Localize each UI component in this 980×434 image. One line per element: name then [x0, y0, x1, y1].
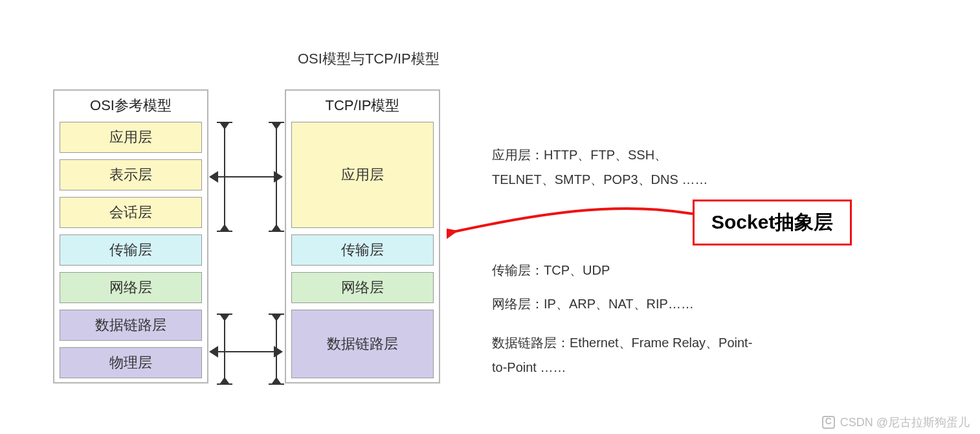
desc-network: 网络层：IP、ARP、NAT、RIP……	[492, 291, 694, 316]
tcpip-header: TCP/IP模型	[326, 96, 400, 115]
osi-header: OSI参考模型	[90, 96, 172, 115]
osi-column: OSI参考模型 应用层 表示层 会话层 传输层 网络层 数据链路层 物理层	[53, 89, 208, 383]
diagram-title: OSI模型与TCP/IP模型	[298, 49, 440, 69]
osi-layer-datalink: 数据链路层	[60, 310, 202, 341]
socket-callout: Socket抽象层	[693, 200, 852, 246]
desc-application: 应用层：HTTP、FTP、SSH、TELNET、SMTP、POP3、DNS ……	[492, 143, 725, 192]
osi-layer-application: 应用层	[60, 122, 202, 153]
csdn-logo-icon	[822, 416, 835, 429]
osi-layer-session: 会话层	[60, 197, 202, 228]
tcpip-layer-network: 网络层	[291, 272, 434, 303]
callout-arrow-icon	[447, 194, 693, 246]
tcpip-layer-application: 应用层	[291, 122, 434, 228]
watermark: CSDN @尼古拉斯狗蛋儿	[822, 415, 970, 430]
watermark-text: CSDN @尼古拉斯狗蛋儿	[840, 415, 970, 430]
osi-layer-transport: 传输层	[60, 234, 202, 266]
osi-layer-network: 网络层	[60, 272, 202, 303]
mapping-arrow-top	[210, 176, 282, 177]
osi-layer-presentation: 表示层	[60, 159, 202, 190]
mapping-arrow-bottom	[210, 351, 282, 352]
desc-datalink: 数据链路层：Ethernet、Frame Relay、Point-to-Poin…	[492, 330, 764, 380]
tcpip-layer-datalink: 数据链路层	[291, 310, 434, 378]
desc-transport: 传输层：TCP、UDP	[492, 258, 610, 282]
osi-layer-physical: 物理层	[60, 347, 202, 378]
tcpip-layer-transport: 传输层	[291, 234, 434, 266]
tcpip-column: TCP/IP模型 应用层 传输层 网络层 数据链路层	[285, 89, 440, 383]
span-bracket-left-bottom	[217, 314, 232, 385]
